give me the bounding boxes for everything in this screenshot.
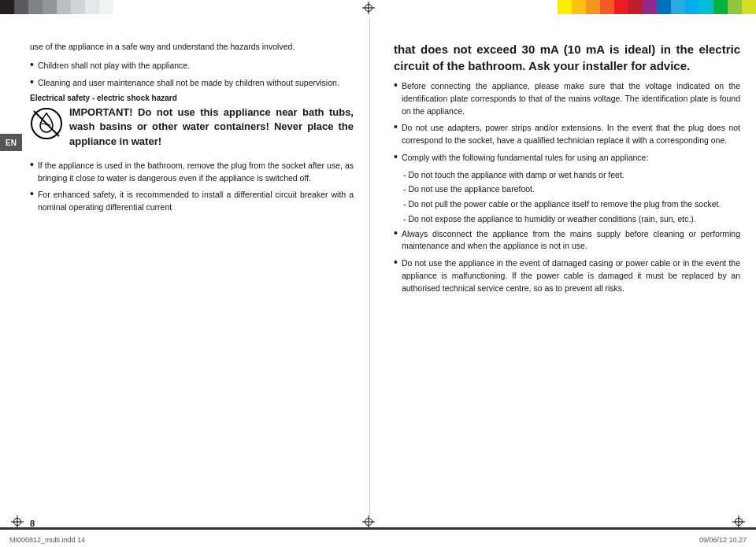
section-label: Electrical safety - electric shock hazar… bbox=[30, 94, 354, 102]
bullet-before-connecting: • Before connecting the appliance, pleas… bbox=[394, 80, 740, 117]
swatch bbox=[99, 0, 113, 14]
swatch bbox=[671, 0, 685, 14]
important-text-block: IMPORTANT! Do not use this appliance nea… bbox=[69, 105, 354, 153]
swatch bbox=[685, 0, 699, 14]
swatch bbox=[628, 0, 643, 14]
reg-mark-top-center bbox=[362, 2, 375, 14]
bullet-children: • Children shall not play with the appli… bbox=[30, 60, 354, 72]
swatch bbox=[657, 0, 671, 14]
swatch bbox=[0, 0, 14, 14]
bullet-icon: • bbox=[30, 158, 34, 171]
sub-bullet-2: - Do not use the appliance barefoot. bbox=[394, 183, 740, 196]
swatch bbox=[713, 0, 728, 14]
bullet-cleaning: • Cleaning and user maintenance shall no… bbox=[30, 77, 354, 90]
warning-block: IMPORTANT! Do not use this appliance nea… bbox=[30, 105, 354, 153]
swatch bbox=[728, 0, 742, 14]
left-column: use of the appliance in a safe way and u… bbox=[0, 17, 370, 530]
swatch bbox=[85, 0, 99, 14]
bullet-icon: • bbox=[394, 227, 398, 239]
swatch bbox=[586, 0, 600, 14]
footer-right: 09/06/12 10.27 bbox=[699, 536, 747, 544]
bullet-bathroom: • If the appliance is used in the bathro… bbox=[30, 160, 354, 185]
sub-bullet-1: - Do not touch the appliance with damp o… bbox=[394, 169, 740, 182]
footer-left: MI000812_multi.indd 14 bbox=[9, 536, 85, 544]
swatch bbox=[57, 0, 71, 14]
sub-bullet-3: - Do not pull the power cable or the app… bbox=[394, 198, 740, 211]
bullet-icon: • bbox=[394, 256, 398, 268]
bullet-icon: • bbox=[394, 120, 398, 133]
color-swatches-right bbox=[558, 0, 756, 14]
bullet-disconnect: • Always disconnect the appliance from t… bbox=[394, 228, 740, 253]
bullet-adapters: • Do not use adapters, power strips and/… bbox=[394, 122, 740, 147]
swatch bbox=[28, 0, 43, 14]
bullet-icon: • bbox=[30, 76, 34, 88]
bullet-damaged: • Do not use the appliance in the event … bbox=[394, 257, 740, 294]
sub-bullet-4: - Do not expose the appliance to humidit… bbox=[394, 213, 740, 226]
right-column: that does not exceed 30 mA (10 mA is ide… bbox=[370, 17, 756, 530]
swatch bbox=[614, 0, 628, 14]
swatch bbox=[742, 0, 756, 14]
swatch bbox=[14, 0, 28, 14]
bullet-icon: • bbox=[30, 187, 34, 200]
no-water-icon bbox=[30, 107, 63, 140]
color-swatches-left bbox=[0, 0, 113, 14]
right-heading: that does not exceed 30 mA (10 mA is ide… bbox=[394, 41, 740, 74]
main-content: use of the appliance in a safe way and u… bbox=[0, 17, 756, 530]
bullet-icon: • bbox=[30, 58, 34, 71]
bullet-differential: • For enhanced safety, it is recommended… bbox=[30, 189, 354, 214]
swatch bbox=[699, 0, 713, 14]
swatch bbox=[43, 0, 57, 14]
footer: MI000812_multi.indd 14 09/06/12 10.27 bbox=[0, 536, 756, 544]
swatch bbox=[572, 0, 586, 14]
important-heading: IMPORTANT! Do not use this appliance nea… bbox=[69, 105, 354, 149]
bullet-comply: • Comply with the following fundamental … bbox=[394, 152, 740, 164]
intro-text: use of the appliance in a safe way and u… bbox=[30, 41, 354, 54]
swatch bbox=[558, 0, 572, 14]
bullet-icon: • bbox=[394, 79, 398, 91]
bottom-divider bbox=[0, 527, 756, 530]
swatch bbox=[600, 0, 614, 14]
swatch bbox=[643, 0, 657, 14]
bullet-icon: • bbox=[394, 150, 398, 163]
swatch bbox=[71, 0, 85, 14]
